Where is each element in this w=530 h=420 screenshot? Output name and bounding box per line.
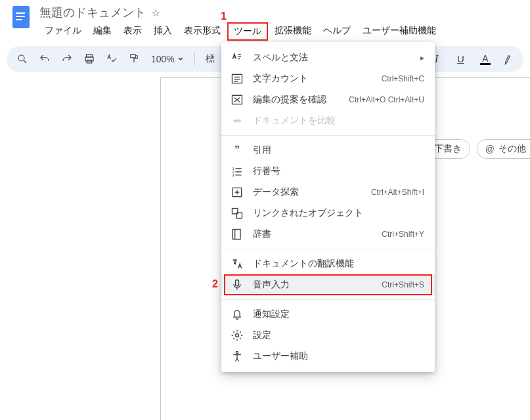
translate-icon xyxy=(231,257,244,270)
menu-explore[interactable]: データ探索 Ctrl+Alt+Shift+I xyxy=(221,182,435,203)
menu-edit[interactable]: 編集 xyxy=(88,22,117,41)
menu-accessibility[interactable]: ユーザー補助 xyxy=(221,346,435,367)
tools-menu-dropdown: スペルと文法 ▸ 文字カウント Ctrl+Shift+C 編集の提案を確認 Ct… xyxy=(221,42,435,372)
shortcut-label: Ctrl+Shift+Y xyxy=(382,230,424,239)
spelling-icon xyxy=(231,51,244,64)
menu-voice-typing[interactable]: 2 音声入力 Ctrl+Shift+S xyxy=(221,274,435,295)
menu-separator xyxy=(221,299,435,300)
menubar: ファイル 編集 表示 挿入 表示形式 1 ツール 拡張機能 ヘルプ ユーザー補助… xyxy=(39,22,441,41)
svg-rect-20 xyxy=(232,230,240,240)
accessibility-icon xyxy=(231,350,244,363)
text-color-button[interactable]: A xyxy=(476,50,495,68)
menu-ext[interactable]: 拡張機能 xyxy=(269,22,317,41)
settings-icon xyxy=(231,329,244,342)
paint-format-icon[interactable] xyxy=(125,50,143,68)
menu-translate[interactable]: ドキュメントの翻訳機能 xyxy=(221,253,435,274)
bell-icon xyxy=(231,308,244,321)
print-icon[interactable] xyxy=(80,50,99,68)
docs-logo[interactable] xyxy=(9,5,33,29)
menu-a11y[interactable]: ユーザー補助機能 xyxy=(357,22,441,41)
shortcut-label: Ctrl+Shift+C xyxy=(382,74,424,83)
annotation-2: 2 xyxy=(212,278,218,290)
underline-button[interactable]: U xyxy=(454,50,472,68)
svg-point-25 xyxy=(236,352,238,354)
line-numbers-icon: 123 xyxy=(231,165,244,178)
menu-file[interactable]: ファイル xyxy=(39,22,87,41)
chevron-right-icon: ▸ xyxy=(420,53,424,62)
quote-icon: ” xyxy=(231,144,244,157)
menu-dictionary[interactable]: 辞書 Ctrl+Shift+Y xyxy=(221,224,435,245)
menu-separator xyxy=(221,135,435,136)
menu-citations[interactable]: ” 引用 xyxy=(221,140,435,161)
highlight-color-button[interactable] xyxy=(498,50,517,68)
shortcut-label: Ctrl+Shift+S xyxy=(382,280,424,289)
menu-linked-objects[interactable]: リンクされたオブジェクト xyxy=(221,203,435,224)
menu-review-suggestions[interactable]: 編集の提案を確認 Ctrl+Alt+O Ctrl+Alt+U xyxy=(221,89,435,110)
zoom-select[interactable]: 100% xyxy=(147,54,188,64)
redo-icon[interactable] xyxy=(58,50,76,68)
menu-tools[interactable]: 1 ツール xyxy=(227,22,268,41)
star-icon[interactable]: ☆ xyxy=(151,7,160,19)
chip-other[interactable]: @ その他 xyxy=(477,139,530,159)
svg-point-24 xyxy=(236,334,239,337)
svg-text:3: 3 xyxy=(232,173,234,177)
menu-help[interactable]: ヘルプ xyxy=(318,22,356,41)
word-count-icon xyxy=(231,72,244,85)
menu-line-numbers[interactable]: 123 行番号 xyxy=(221,161,435,182)
at-icon: @ xyxy=(485,144,495,154)
menu-format[interactable]: 表示形式 xyxy=(179,22,226,41)
svg-rect-22 xyxy=(236,280,239,286)
explore-icon xyxy=(231,186,244,199)
chevron-down-icon xyxy=(177,56,184,62)
linked-icon xyxy=(231,207,244,220)
menu-insert[interactable]: 挿入 xyxy=(148,22,177,41)
paragraph-style-select[interactable]: 標 xyxy=(202,53,219,65)
undo-icon[interactable] xyxy=(35,50,54,68)
menu-word-count[interactable]: 文字カウント Ctrl+Shift+C xyxy=(221,68,435,89)
menu-view[interactable]: 表示 xyxy=(118,22,147,41)
annotation-1: 1 xyxy=(221,10,227,22)
svg-rect-5 xyxy=(131,54,136,58)
compare-icon xyxy=(231,114,244,127)
svg-line-1 xyxy=(24,60,26,63)
dictionary-icon xyxy=(231,228,244,241)
toolbar-divider xyxy=(194,52,195,66)
spellcheck-icon[interactable] xyxy=(102,50,121,68)
microphone-icon xyxy=(231,278,244,291)
menu-preferences[interactable]: 設定 xyxy=(221,325,435,346)
menu-compare-docs: ドキュメントを比較 xyxy=(221,110,435,131)
doc-title[interactable]: 無題のドキュメント xyxy=(39,5,146,20)
svg-rect-4 xyxy=(87,60,92,64)
review-icon xyxy=(231,93,244,106)
menu-notification-settings[interactable]: 通知設定 xyxy=(221,304,435,325)
shortcut-label: Ctrl+Alt+Shift+I xyxy=(371,188,424,197)
menu-spelling-grammar[interactable]: スペルと文法 ▸ xyxy=(221,47,435,68)
search-icon[interactable] xyxy=(13,50,32,68)
shortcut-label: Ctrl+Alt+O Ctrl+Alt+U xyxy=(349,95,424,104)
menu-separator xyxy=(221,249,435,249)
svg-point-0 xyxy=(18,55,24,61)
